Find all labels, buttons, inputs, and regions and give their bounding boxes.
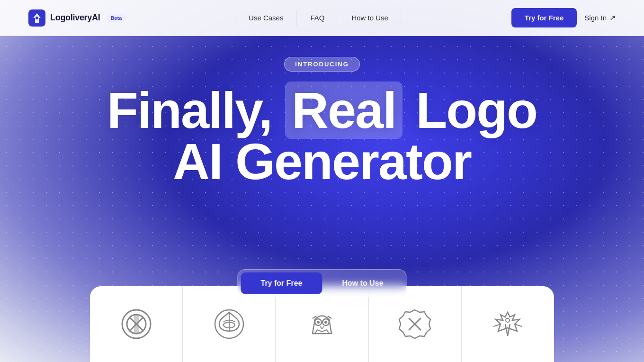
logo-strip xyxy=(90,286,554,362)
navbar: LogoliveryAI Beta Use Cases FAQ How to U… xyxy=(0,0,644,36)
svg-point-13 xyxy=(324,321,327,324)
logo-area: LogoliveryAI Beta xyxy=(28,9,125,27)
sign-in-arrow-icon: ↗ xyxy=(609,13,616,22)
svg-rect-6 xyxy=(134,315,139,334)
logo-card-3 xyxy=(276,286,368,362)
ship-compass-icon xyxy=(210,305,248,343)
beta-badge: Beta xyxy=(107,14,125,22)
logo-text: LogoliveryAI xyxy=(50,13,100,23)
nav-actions: Try for Free Sign In ↗ xyxy=(511,8,616,27)
logo-card-2 xyxy=(183,286,276,362)
cta-how-to-use-button[interactable]: How to Use xyxy=(322,272,403,294)
cta-area: Try for Free How to Use xyxy=(237,269,406,298)
hero-background: LogoliveryAI Beta Use Cases FAQ How to U… xyxy=(0,0,644,362)
hero-title-line1: Finally, Real Logo xyxy=(107,85,537,136)
hero-title-prefix: Finally, xyxy=(107,81,285,139)
hero-title-highlight: Real xyxy=(285,81,402,139)
logo-icon xyxy=(28,9,45,27)
sign-in-link[interactable]: Sign In ↗ xyxy=(584,13,616,22)
sign-in-label: Sign In xyxy=(584,14,607,22)
nav-link-use-cases[interactable]: Use Cases xyxy=(235,10,297,26)
nav-links: Use Cases FAQ How to Use xyxy=(235,10,402,26)
eagle-icon xyxy=(489,305,527,343)
svg-point-12 xyxy=(317,321,320,324)
nav-try-free-button[interactable]: Try for Free xyxy=(511,8,577,27)
abstract-circles-icon xyxy=(117,305,155,343)
hero-title-line2: AI Generator xyxy=(173,136,471,187)
nav-link-faq[interactable]: FAQ xyxy=(297,10,338,26)
hero-title-suffix: Logo xyxy=(402,81,537,139)
logo-card-5 xyxy=(462,286,554,362)
logo-card-1 xyxy=(90,286,183,362)
nav-link-how-to-use[interactable]: How to Use xyxy=(338,10,402,26)
introducing-badge: INTRODUCING xyxy=(284,57,360,72)
hero-content: INTRODUCING Finally, Real Logo AI Genera… xyxy=(0,57,644,187)
svg-point-16 xyxy=(506,318,510,322)
svg-point-1 xyxy=(36,17,38,19)
badge-x-icon xyxy=(396,305,434,343)
logo-card-4 xyxy=(369,286,462,362)
cta-try-free-button[interactable]: Try for Free xyxy=(241,272,322,294)
owl-icon xyxy=(303,305,341,343)
